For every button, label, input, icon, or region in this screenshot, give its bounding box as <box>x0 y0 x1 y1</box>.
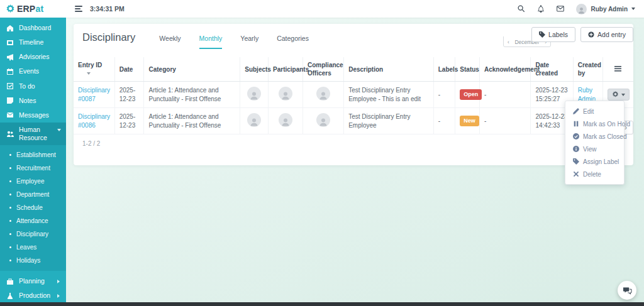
col-date-created: Date created <box>531 57 573 82</box>
sidebar-item-messages[interactable]: Messages <box>0 108 66 123</box>
col-entry-id[interactable]: Entry ID <box>74 57 114 82</box>
calendar-icon <box>6 68 14 75</box>
bullet-dot <box>9 246 11 248</box>
sidebar-item-human-resource[interactable]: Human Resource <box>0 123 66 145</box>
sidebar-item-dashboard[interactable]: Dashboard <box>0 21 66 35</box>
month-prev-icon[interactable]: ‹ <box>508 39 509 45</box>
sidebar-toggle-icon[interactable] <box>75 6 82 12</box>
sidebar-subitem-leaves[interactable]: Leaves <box>0 241 66 254</box>
timeline-icon <box>6 39 14 46</box>
sidebar-subitem-holidays[interactable]: Holidays <box>0 254 66 267</box>
menu-item-delete[interactable]: Delete <box>565 168 624 180</box>
sidebar-subitem-establishment[interactable]: Establishment <box>0 148 66 161</box>
pagination-label: 1-2 / 2 <box>74 134 633 153</box>
menu-item-assign-label[interactable]: Assign Label <box>565 155 624 168</box>
subject-avatar[interactable] <box>247 113 261 127</box>
sidebar-subitem-schedule[interactable]: Schedule <box>0 201 66 214</box>
add-entry-button[interactable]: Add entry <box>580 27 633 42</box>
sidebar: ERPat Dashboard Timeline Advisories Even… <box>0 0 66 302</box>
col-description: Description <box>344 57 434 82</box>
bullet-dot <box>9 233 11 235</box>
app-logo[interactable]: ERPat <box>0 0 66 18</box>
home-icon <box>6 25 14 32</box>
labels-button[interactable]: Labels <box>531 27 575 42</box>
created-by-link[interactable]: Ruby Admin <box>578 87 596 102</box>
officer-avatar[interactable] <box>316 113 330 127</box>
sidebar-subitem-recruitment[interactable]: Recruitment <box>0 161 66 175</box>
sidebar-item-notes[interactable]: Notes <box>0 94 66 108</box>
megaphone-icon <box>6 53 14 61</box>
tab-bar: Weekly Monthly Yearly Categories <box>159 31 309 49</box>
sidebar-subitem-employee[interactable]: Employee <box>0 175 66 188</box>
sidebar-item-timeline[interactable]: Timeline <box>0 35 66 50</box>
disciplinary-card: Disciplinary Weekly Monthly Yearly Categ… <box>74 24 633 165</box>
tab-weekly[interactable]: Weekly <box>159 35 180 49</box>
bullet-dot <box>9 207 11 209</box>
note-icon <box>6 97 14 104</box>
search-icon[interactable] <box>518 5 525 13</box>
menu-item-mark-on-hold[interactable]: Mark as On Hold <box>565 117 624 130</box>
close-icon <box>573 171 579 177</box>
bell-icon[interactable] <box>537 5 545 13</box>
status-badge: New <box>460 116 479 126</box>
sidebar-item-production[interactable]: Production <box>0 288 66 303</box>
flask-icon <box>6 292 14 300</box>
col-category: Category <box>144 57 240 82</box>
col-compliance-officers: Compliance Officers <box>303 57 344 82</box>
logo-text-erp: ERP <box>17 4 35 14</box>
bullet-dot <box>9 180 11 182</box>
col-participants: Participants <box>269 57 303 82</box>
sort-caret-icon <box>87 72 91 75</box>
col-actions <box>602 57 633 82</box>
row-actions-dropdown: Edit Mark as On Hold Mark as Closed View… <box>565 101 625 185</box>
tab-monthly[interactable]: Monthly <box>199 35 223 49</box>
row-actions-button[interactable] <box>608 89 630 101</box>
menu-item-mark-closed[interactable]: Mark as Closed <box>565 130 624 143</box>
chevron-down-icon <box>57 129 61 131</box>
bullet-dot <box>9 260 11 261</box>
sidebar-item-advisories[interactable]: Advisories <box>0 50 66 64</box>
tag-icon <box>573 158 579 165</box>
bottom-bar <box>0 302 644 306</box>
col-labels: Labels <box>433 57 455 82</box>
menu-item-view[interactable]: View <box>565 143 624 155</box>
page-title: Disciplinary <box>82 31 135 43</box>
col-created-by: Created by <box>573 57 602 82</box>
menu-item-edit[interactable]: Edit <box>565 105 624 117</box>
chat-button[interactable] <box>618 281 636 300</box>
tag-icon <box>539 31 545 38</box>
list-icon <box>614 66 621 72</box>
officer-avatar[interactable] <box>316 87 330 101</box>
users-icon <box>6 130 14 138</box>
user-name: Ruby Admin <box>591 6 628 13</box>
table-row: Disciplinary #0086 2025-12-23 Article 1:… <box>74 108 633 134</box>
participant-avatar[interactable] <box>279 113 292 127</box>
check-square-icon <box>6 82 14 90</box>
col-subjects: Subjects <box>240 57 269 82</box>
bullet-dot <box>9 194 11 195</box>
sidebar-item-planning[interactable]: Planning <box>0 274 66 288</box>
subject-avatar[interactable] <box>247 87 261 101</box>
avatar <box>576 4 587 14</box>
entry-link[interactable]: Disciplinary #0086 <box>78 113 110 129</box>
participant-avatar[interactable] <box>279 87 292 101</box>
sidebar-item-todo[interactable]: To do <box>0 79 66 94</box>
entry-link[interactable]: Disciplinary #0087 <box>78 87 110 102</box>
cogs-icon <box>612 91 619 98</box>
table-row: Disciplinary #0087 2025-12-23 Article 1:… <box>74 82 633 108</box>
envelope-icon <box>6 111 14 119</box>
sidebar-subitem-department[interactable]: Department <box>0 188 66 201</box>
status-badge: Open <box>460 89 482 100</box>
mail-icon[interactable] <box>557 5 564 13</box>
user-menu[interactable]: Ruby Admin <box>576 4 635 14</box>
check-circle-icon <box>573 133 579 139</box>
main-area: Disciplinary Weekly Monthly Yearly Categ… <box>66 18 644 302</box>
sidebar-subitem-attendance[interactable]: Attendance <box>0 214 66 227</box>
sidebar-item-events[interactable]: Events <box>0 64 66 79</box>
sidebar-subitem-disciplinary[interactable]: Disciplinary <box>0 227 66 241</box>
caret-down-icon <box>631 8 635 10</box>
tab-categories[interactable]: Categories <box>277 35 309 49</box>
chat-bubbles-icon <box>623 287 632 295</box>
disciplinary-table: Entry ID Date Category Subjects Particip… <box>74 57 633 134</box>
tab-yearly[interactable]: Yearly <box>240 35 258 49</box>
